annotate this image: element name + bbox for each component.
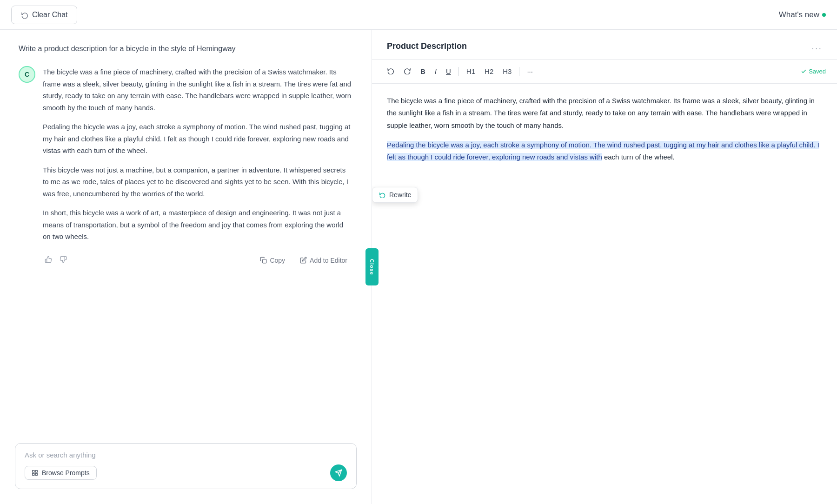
copy-label: Copy: [270, 257, 285, 264]
clear-chat-button[interactable]: Clear Chat: [11, 6, 77, 24]
chat-input[interactable]: [25, 451, 347, 459]
ai-response-content: The bicycle was a fine piece of machiner…: [43, 66, 353, 267]
copy-icon: [260, 257, 267, 264]
rewrite-tooltip[interactable]: Rewrite: [372, 187, 418, 203]
response-paragraph-1: The bicycle was a fine piece of machiner…: [43, 66, 353, 113]
h2-label: H2: [485, 67, 493, 75]
more-options-label: ...: [811, 41, 822, 51]
editor-title: Product Description: [387, 41, 467, 51]
refresh-icon: [21, 11, 28, 19]
saved-label: Saved: [809, 68, 826, 75]
add-to-editor-icon: [300, 257, 307, 264]
chat-input-wrapper: Browse Prompts: [15, 443, 357, 489]
editor-panel: Product Description ...: [372, 30, 837, 504]
thumbs-down-button[interactable]: [58, 254, 69, 267]
add-to-editor-label: Add to Editor: [310, 257, 347, 264]
svg-rect-2: [35, 471, 37, 472]
redo-button[interactable]: [400, 64, 415, 79]
h1-label: H1: [466, 67, 475, 75]
add-to-editor-button[interactable]: Add to Editor: [294, 254, 353, 267]
vote-actions: [43, 254, 69, 267]
italic-button[interactable]: I: [431, 65, 440, 78]
normal-text: each turn of the wheel.: [602, 153, 675, 161]
italic-label: I: [435, 67, 437, 75]
close-panel-icon: [365, 264, 366, 270]
redo-icon: [404, 67, 411, 74]
ai-response: C The bicycle was a fine piece of machin…: [19, 66, 353, 267]
h1-button[interactable]: H1: [463, 65, 479, 78]
editor-paragraph-1: The bicycle was a fine piece of machiner…: [387, 95, 822, 132]
browse-prompts-label: Browse Prompts: [42, 469, 90, 477]
more-toolbar-button[interactable]: ···: [523, 65, 537, 78]
browse-prompts-icon: [32, 470, 38, 476]
chat-input-area: Browse Prompts: [0, 432, 372, 504]
response-paragraph-3: This bicycle was not just a machine, but…: [43, 164, 353, 200]
h3-button[interactable]: H3: [499, 65, 515, 78]
svg-rect-4: [33, 473, 34, 475]
thumbs-up-button[interactable]: [43, 254, 54, 267]
copy-add-actions: Copy Add to Editor: [254, 254, 353, 267]
h3-label: H3: [503, 67, 512, 75]
whats-new-dot: [822, 13, 826, 17]
toolbar-divider-1: [458, 67, 459, 76]
clear-chat-label: Clear Chat: [32, 11, 67, 19]
response-paragraph-4: In short, this bicycle was a work of art…: [43, 207, 353, 243]
whats-new-label: What's new: [779, 10, 819, 20]
chat-panel: Write a product description for a bicycl…: [0, 30, 372, 504]
svg-rect-3: [35, 473, 37, 475]
undo-icon: [387, 67, 394, 74]
saved-indicator: Saved: [801, 68, 826, 75]
editor-content[interactable]: The bicycle was a fine piece of machiner…: [372, 84, 837, 504]
main-layout: Write a product description for a bicycl…: [0, 30, 837, 504]
thumbs-down-icon: [60, 256, 67, 263]
bold-label: B: [420, 67, 425, 75]
chat-input-footer: Browse Prompts: [25, 464, 347, 481]
topbar: Clear Chat What's new: [0, 0, 837, 30]
underline-label: U: [446, 67, 451, 75]
saved-check-icon: [801, 68, 807, 74]
thumbs-up-icon: [45, 256, 52, 263]
svg-rect-1: [33, 471, 34, 472]
bold-button[interactable]: B: [417, 65, 429, 78]
editor-more-button[interactable]: ...: [811, 41, 822, 52]
send-button[interactable]: [330, 464, 347, 481]
rewrite-icon: [379, 192, 385, 198]
underline-button[interactable]: U: [442, 65, 455, 78]
send-icon: [335, 469, 342, 477]
copy-button[interactable]: Copy: [254, 254, 291, 267]
browse-prompts-button[interactable]: Browse Prompts: [25, 466, 97, 480]
avatar-letter: C: [25, 71, 29, 78]
response-actions: Copy Add to Editor: [43, 250, 353, 267]
svg-rect-0: [263, 259, 266, 263]
editor-paragraph-2: Pedaling the bicycle was a joy, each str…: [387, 139, 822, 164]
rewrite-label: Rewrite: [389, 191, 411, 199]
editor-panel-wrapper: Close Product Description ...: [372, 30, 837, 504]
chat-messages: Write a product description for a bicycl…: [0, 30, 372, 432]
editor-header: Product Description ...: [372, 30, 837, 60]
whats-new-button[interactable]: What's new: [779, 10, 826, 20]
response-paragraph-2: Pedaling the bicycle was a joy, each str…: [43, 121, 353, 157]
h2-button[interactable]: H2: [481, 65, 497, 78]
avatar: C: [19, 66, 35, 83]
more-toolbar-label: ···: [527, 67, 533, 75]
user-prompt-text: Write a product description for a bicycl…: [19, 45, 236, 53]
toolbar-divider-2: [519, 67, 519, 76]
user-prompt: Write a product description for a bicycl…: [19, 45, 353, 53]
editor-toolbar: B I U H1 H2 H3: [372, 60, 837, 84]
undo-button[interactable]: [383, 64, 398, 79]
